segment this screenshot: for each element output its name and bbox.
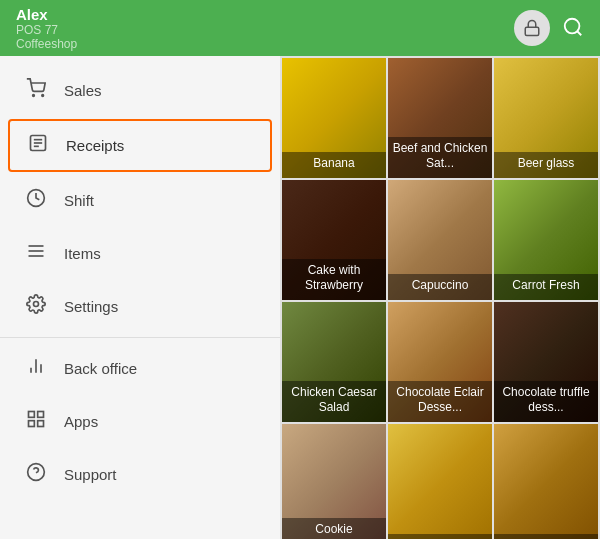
food-card-croissant[interactable]: [494, 424, 598, 539]
header: Alex POS 77 Coffeeshop: [0, 0, 600, 56]
sidebar-label-settings: Settings: [64, 298, 118, 315]
sidebar: SalesReceiptsShiftItemsSettingsBack offi…: [0, 56, 280, 539]
food-label-banana: Banana: [282, 152, 386, 178]
food-grid: BananaBeef and Chicken Sat...Beer glassC…: [280, 56, 600, 539]
food-label-truffle: Chocolate truffle dess...: [494, 381, 598, 422]
sidebar-label-support: Support: [64, 466, 117, 483]
food-label-beef-chicken: Beef and Chicken Sat...: [388, 137, 492, 178]
food-card-capuccino[interactable]: Capuccino: [388, 180, 492, 300]
svg-rect-18: [38, 412, 44, 418]
svg-rect-0: [525, 27, 539, 35]
svg-rect-17: [29, 412, 35, 418]
svg-point-4: [42, 95, 44, 97]
sidebar-item-support[interactable]: Support: [0, 448, 280, 501]
items-icon: [24, 241, 48, 266]
sidebar-item-apps[interactable]: Apps: [0, 395, 280, 448]
food-card-eclair[interactable]: Chocolate Eclair Desse...: [388, 302, 492, 422]
food-card-beef-chicken[interactable]: Beef and Chicken Sat...: [388, 58, 492, 178]
support-icon: [24, 462, 48, 487]
sidebar-item-back-office[interactable]: Back office: [0, 342, 280, 395]
body: SalesReceiptsShiftItemsSettingsBack offi…: [0, 56, 600, 539]
svg-point-13: [34, 302, 39, 307]
search-icon: [562, 16, 584, 38]
shift-icon: [24, 188, 48, 213]
svg-line-2: [577, 31, 581, 35]
apps-icon: [24, 409, 48, 434]
food-card-yellow1[interactable]: [388, 424, 492, 539]
back-office-icon: [24, 356, 48, 381]
sidebar-label-items: Items: [64, 245, 101, 262]
food-label-yellow1: [388, 534, 492, 539]
lock-button[interactable]: [514, 10, 550, 46]
sidebar-label-shift: Shift: [64, 192, 94, 209]
sidebar-label-sales: Sales: [64, 82, 102, 99]
food-label-cookie: Cookie: [282, 518, 386, 539]
svg-rect-19: [38, 421, 44, 427]
sidebar-label-receipts: Receipts: [66, 137, 124, 154]
svg-point-3: [33, 95, 35, 97]
pos-info: POS 77 Coffeeshop: [16, 23, 77, 51]
search-button[interactable]: [562, 16, 584, 41]
food-label-eclair: Chocolate Eclair Desse...: [388, 381, 492, 422]
lock-icon: [523, 19, 541, 37]
food-card-carrot-fresh[interactable]: Carrot Fresh: [494, 180, 598, 300]
sidebar-label-apps: Apps: [64, 413, 98, 430]
food-label-carrot-fresh: Carrot Fresh: [494, 274, 598, 300]
food-label-capuccino: Capuccino: [388, 274, 492, 300]
sales-icon: [24, 78, 48, 103]
svg-point-1: [565, 18, 580, 33]
sidebar-label-back-office: Back office: [64, 360, 137, 377]
food-label-cake-strawberry: Cake with Strawberry: [282, 259, 386, 300]
header-actions: [514, 10, 584, 46]
settings-icon: [24, 294, 48, 319]
food-card-cookie[interactable]: Cookie: [282, 424, 386, 539]
food-card-banana[interactable]: Banana: [282, 58, 386, 178]
food-label-croissant: [494, 534, 598, 539]
food-label-chicken-salad: Chicken Caesar Salad: [282, 381, 386, 422]
food-card-chicken-salad[interactable]: Chicken Caesar Salad: [282, 302, 386, 422]
food-card-truffle[interactable]: Chocolate truffle dess...: [494, 302, 598, 422]
receipts-icon: [26, 133, 50, 158]
sidebar-item-receipts[interactable]: Receipts: [8, 119, 272, 172]
sidebar-item-shift[interactable]: Shift: [0, 174, 280, 227]
sidebar-item-sales[interactable]: Sales: [0, 64, 280, 117]
user-name: Alex: [16, 6, 77, 23]
header-user-info: Alex POS 77 Coffeeshop: [16, 6, 77, 51]
sidebar-item-settings[interactable]: Settings: [0, 280, 280, 333]
sidebar-item-items[interactable]: Items: [0, 227, 280, 280]
food-card-cake-strawberry[interactable]: Cake with Strawberry: [282, 180, 386, 300]
food-card-beer-glass[interactable]: Beer glass: [494, 58, 598, 178]
food-label-beer-glass: Beer glass: [494, 152, 598, 178]
svg-rect-20: [29, 421, 35, 427]
